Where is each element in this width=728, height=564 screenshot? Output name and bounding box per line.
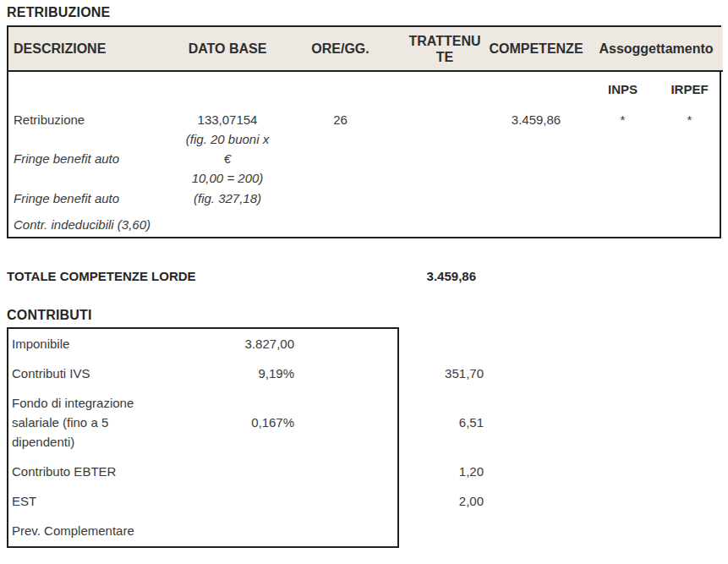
subcol-header-irpef: IRPEF bbox=[656, 72, 723, 106]
contributi-dato bbox=[144, 457, 294, 486]
pay-row-inps-flag bbox=[589, 133, 656, 183]
contributi-trattenuta: 2,00 bbox=[399, 486, 484, 516]
pay-row-trattenute bbox=[407, 183, 483, 212]
pay-row-irpef-flag bbox=[656, 183, 723, 212]
contributi-trattenuta: 1,20 bbox=[399, 457, 484, 486]
contributi-spacer bbox=[294, 457, 399, 486]
contributi-spacer bbox=[294, 486, 399, 516]
col-header-assoggettamento: Assoggettamento bbox=[589, 27, 723, 72]
contributi-trattenuta bbox=[399, 329, 484, 359]
retribuzione-heading: RETRIBUZIONE bbox=[7, 5, 110, 20]
contributi-spacer bbox=[294, 516, 399, 545]
pay-row-dato-base bbox=[181, 212, 274, 237]
totale-competenze-row: TOTALE COMPETENZE LORDE 3.459,86 bbox=[0, 269, 728, 284]
totale-competenze-value: 3.459,86 bbox=[405, 269, 476, 283]
pay-row-descrizione: Retribuzione bbox=[8, 106, 181, 133]
pay-row-ore-gg: 26 bbox=[274, 106, 407, 133]
subcol-header-inps: INPS bbox=[589, 72, 656, 106]
contributi-table: Imponibile 3.827,00 Contributi IVS 9,19%… bbox=[7, 327, 484, 545]
pay-row-competenze bbox=[483, 133, 589, 183]
contributi-trattenuta bbox=[399, 516, 484, 545]
pay-row-irpef-flag: * bbox=[656, 106, 723, 133]
contributi-spacer bbox=[294, 359, 399, 388]
pay-row-trattenute bbox=[407, 106, 483, 133]
contributi-label: Fondo di integrazione salariale (fino a … bbox=[7, 388, 144, 457]
contributi-dato: 0,167% bbox=[144, 388, 294, 457]
pay-row-ore-gg bbox=[274, 133, 407, 183]
retribuzione-table: DESCRIZIONE DATO BASE ORE/GG. TRATTENU T… bbox=[7, 25, 721, 238]
pay-row-competenze bbox=[483, 212, 589, 237]
pay-row-irpef-flag bbox=[656, 133, 723, 183]
payslip-page: RETRIBUZIONE DESCRIZIONE DATO BASE ORE/G… bbox=[0, 0, 728, 564]
col-header-trattenute: TRATTENU TE bbox=[407, 27, 483, 72]
contributi-trattenuta: 351,70 bbox=[399, 359, 484, 388]
contributi-dato bbox=[144, 516, 294, 545]
contributi-dato: 3.827,00 bbox=[144, 329, 294, 359]
pay-row-inps-flag: * bbox=[589, 106, 656, 133]
contributi-label: Imponibile bbox=[7, 329, 144, 359]
pay-row-inps-flag bbox=[589, 212, 656, 237]
pay-row-descrizione: Fringe benefit auto bbox=[8, 133, 181, 183]
contributi-spacer bbox=[294, 329, 399, 359]
contributi-heading: CONTRIBUTI bbox=[7, 308, 92, 323]
col-header-ore-gg: ORE/GG. bbox=[274, 27, 407, 72]
contributi-label: EST bbox=[7, 486, 144, 516]
contributi-label: Prev. Complementare bbox=[7, 516, 144, 545]
totale-competenze-label: TOTALE COMPETENZE LORDE bbox=[7, 269, 196, 283]
contributi-spacer bbox=[294, 388, 399, 457]
contributi-trattenuta: 6,51 bbox=[399, 388, 484, 457]
pay-row-dato-base: (fig. 327,18) bbox=[181, 183, 274, 212]
pay-row-ore-gg bbox=[274, 212, 407, 237]
pay-row-descrizione: Fringe benefit auto bbox=[8, 183, 181, 212]
subheader-spacer bbox=[8, 72, 589, 106]
pay-row-inps-flag bbox=[589, 183, 656, 212]
pay-row-dato-base: (fig. 20 buoni x € 10,00 = 200) bbox=[181, 133, 274, 183]
col-header-competenze: COMPETENZE bbox=[483, 27, 589, 72]
col-header-dato-base: DATO BASE bbox=[181, 27, 274, 72]
pay-row-ore-gg bbox=[274, 183, 407, 212]
pay-row-trattenute bbox=[407, 133, 483, 183]
pay-row-competenze bbox=[483, 183, 589, 212]
pay-row-trattenute bbox=[407, 212, 483, 237]
contributi-dato bbox=[144, 486, 294, 516]
col-header-descrizione: DESCRIZIONE bbox=[8, 27, 181, 72]
pay-row-irpef-flag bbox=[656, 212, 723, 237]
contributi-label: Contributi IVS bbox=[7, 359, 144, 388]
contributi-dato: 9,19% bbox=[144, 359, 294, 388]
pay-row-competenze: 3.459,86 bbox=[483, 106, 589, 133]
contributi-label: Contributo EBTER bbox=[7, 457, 144, 486]
pay-row-descrizione: Contr. indeducibili (3,60) bbox=[8, 212, 181, 237]
